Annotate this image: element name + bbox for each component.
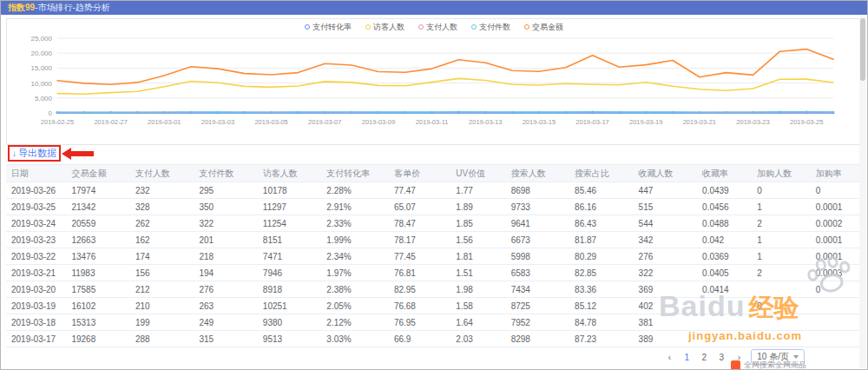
table-row[interactable]: 2019-03-1916102210263102512.05%76.681.58… <box>6 298 862 314</box>
window-titlebar: 指数99-市场排行-趋势分析 <box>1 1 867 15</box>
table-cell: 78.47 <box>389 215 450 232</box>
series-point <box>270 111 273 114</box>
table-cell: 21342 <box>66 199 129 215</box>
x-axis-tick-label: 2019-03-23 <box>736 118 769 126</box>
table-cell: 381 <box>634 314 697 331</box>
table-cell: 1.58 <box>450 298 505 314</box>
series-line-访客人数 <box>57 78 833 94</box>
table-cell: 162 <box>130 232 194 248</box>
table-row[interactable]: 2019-03-2617974232295101782.28%77.471.77… <box>6 182 862 199</box>
table-cell: 0.0001 <box>811 248 862 265</box>
series-point <box>725 111 727 114</box>
x-axis-tick-label: 2019-03-01 <box>148 118 181 126</box>
table-cell: 77.45 <box>389 248 450 265</box>
series-point <box>217 111 220 114</box>
metrics-table: 日期交易金额支付人数支付件数访客人数支付转化率客单价UV价值搜索人数搜索占比收藏… <box>6 164 862 347</box>
legend-item[interactable]: 访客人数 <box>365 22 404 33</box>
chevron-down-icon <box>793 355 799 359</box>
series-point <box>591 111 594 114</box>
table-cell: 0.0456 <box>697 199 752 215</box>
table-cell: 81.87 <box>569 232 633 248</box>
table-cell: 342 <box>634 232 697 248</box>
column-header: 加购率 <box>811 165 862 182</box>
table-cell: 8698 <box>506 182 569 199</box>
prev-page-button[interactable]: ‹ <box>664 353 674 362</box>
page-number-button[interactable]: 3 <box>716 353 727 362</box>
table-cell: 7434 <box>506 281 569 298</box>
series-point <box>163 111 166 114</box>
table-row[interactable]: 2019-03-231266316220181511.99%78.171.566… <box>6 232 862 248</box>
series-point <box>699 111 701 114</box>
legend-marker-icon <box>418 24 424 30</box>
table-cell: 1.97% <box>321 265 389 281</box>
table-cell <box>752 314 810 331</box>
series-point <box>672 111 674 114</box>
legend-label: 访客人数 <box>373 22 404 33</box>
page-number-button[interactable]: 2 <box>699 353 709 362</box>
legend-item[interactable]: 支付件数 <box>471 22 510 33</box>
y-axis-tick-label: 20,000 <box>31 50 53 57</box>
series-point <box>538 111 541 114</box>
table-cell: 1.77 <box>450 182 505 199</box>
table-row[interactable]: 2019-03-221347617421874712.34%77.451.815… <box>6 248 862 265</box>
table-cell: 2019-03-21 <box>6 265 66 281</box>
table-cell: 87.23 <box>569 331 633 347</box>
x-axis-tick-label: 2019-03-03 <box>201 118 234 126</box>
series-point <box>806 111 808 114</box>
table-cell: 76.68 <box>389 298 450 314</box>
series-point <box>56 111 59 114</box>
column-header: 交易金额 <box>66 165 129 182</box>
table-row[interactable]: 2019-03-201758521227689182.38%82.951.987… <box>6 281 862 298</box>
scrollbar-thumb[interactable] <box>860 18 865 81</box>
table-cell: 8298 <box>506 331 569 347</box>
annotation-highlight-box: ↓ 导出数据 <box>8 145 61 162</box>
table-row[interactable]: 2019-03-181531319924993802.12%76.951.647… <box>6 314 862 331</box>
y-axis-tick-label: 10,000 <box>31 80 53 88</box>
table-cell: 7952 <box>506 314 569 331</box>
table-cell: 2.38% <box>321 281 389 298</box>
table-cell: 85.12 <box>569 298 633 314</box>
table-cell: 2019-03-17 <box>6 331 66 347</box>
table-cell: 1.81 <box>450 248 505 265</box>
table-cell: 1.99% <box>321 232 389 248</box>
table-cell: 0 <box>752 298 810 314</box>
table-row[interactable]: 2019-03-2521342328350112972.91%65.071.89… <box>6 199 862 215</box>
table-row[interactable]: 2019-03-171926828831595133.03%66.92.0382… <box>6 331 862 347</box>
page-title: -市场排行-趋势分析 <box>35 3 110 12</box>
table-cell: 2019-03-26 <box>6 182 66 199</box>
table-row[interactable]: 2019-03-211198315619479461.97%76.811.516… <box>6 265 862 281</box>
column-header: 支付件数 <box>194 165 257 182</box>
y-axis-tick-label: 0 <box>49 109 53 117</box>
table-cell: 249 <box>194 314 257 331</box>
download-icon: ↓ <box>12 149 16 158</box>
table-cell: 1.98 <box>450 281 505 298</box>
x-axis-tick-label: 2019-03-09 <box>362 118 395 126</box>
series-point <box>244 111 247 114</box>
table-cell: 210 <box>130 298 194 314</box>
y-axis-tick-label: 25,000 <box>31 35 53 43</box>
table-cell: 82.95 <box>389 281 450 298</box>
table-cell: 8918 <box>258 281 321 298</box>
table-cell: 15313 <box>66 314 129 331</box>
page-number-button[interactable]: 1 <box>681 353 692 362</box>
table-cell: 2019-03-18 <box>6 314 66 331</box>
series-point <box>564 111 567 114</box>
legend-item[interactable]: 支付人数 <box>418 22 457 33</box>
series-point <box>431 111 433 114</box>
series-point <box>83 111 86 114</box>
table-header-row: 日期交易金额支付人数支付件数访客人数支付转化率客单价UV价值搜索人数搜索占比收藏… <box>6 165 862 182</box>
legend-item[interactable]: 支付转化率 <box>305 22 352 33</box>
table-cell: 2019-03-22 <box>6 248 66 265</box>
table-cell: 2019-03-24 <box>6 215 66 232</box>
table-row[interactable]: 2019-03-2420559262322112542.33%78.471.85… <box>6 215 862 232</box>
vertical-scrollbar[interactable] <box>859 15 866 368</box>
series-point <box>404 111 407 114</box>
trend-line-chart[interactable]: 05,00010,00015,00020,00025,0002019-02-25… <box>9 33 861 144</box>
legend-marker-icon <box>365 24 371 30</box>
x-axis-tick-label: 2019-03-25 <box>790 118 823 126</box>
table-cell: 3.03% <box>321 331 389 347</box>
series-point <box>324 111 326 114</box>
legend-item[interactable]: 交易金额 <box>524 22 563 33</box>
x-axis-tick-label: 2019-03-13 <box>469 118 502 126</box>
export-data-link[interactable]: ↓ 导出数据 <box>12 147 56 160</box>
